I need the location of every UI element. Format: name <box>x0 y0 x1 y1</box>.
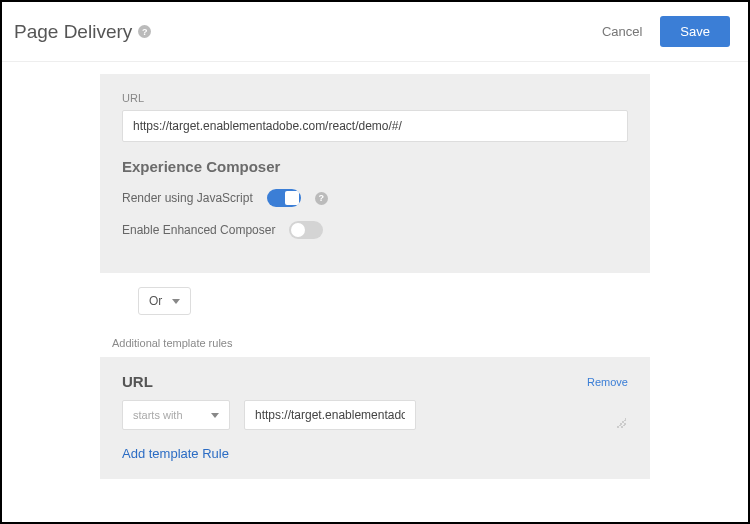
additional-rules-label: Additional template rules <box>112 337 736 349</box>
render-js-label: Render using JavaScript <box>122 191 253 205</box>
template-url-heading: URL <box>122 373 153 390</box>
url-input[interactable] <box>122 110 628 142</box>
template-rule-head: URL Remove <box>122 373 628 390</box>
help-icon[interactable]: ? <box>138 25 151 38</box>
rule-input-wrap <box>244 400 628 430</box>
operator-value: starts with <box>133 409 183 421</box>
render-js-row: Render using JavaScript ? <box>122 189 628 207</box>
page-title-text: Page Delivery <box>14 21 132 43</box>
remove-rule-link[interactable]: Remove <box>587 376 628 388</box>
url-composer-card: URL Experience Composer Render using Jav… <box>100 74 650 273</box>
chevron-down-icon <box>211 413 219 418</box>
enhanced-composer-row: Enable Enhanced Composer <box>122 221 628 239</box>
page-title: Page Delivery ? <box>14 21 151 43</box>
add-template-rule-link[interactable]: Add template Rule <box>122 446 628 461</box>
connector-value: Or <box>149 294 162 308</box>
content: URL Experience Composer Render using Jav… <box>2 62 748 479</box>
template-rule-card: URL Remove starts with Add template Rule <box>100 357 650 479</box>
rule-row: starts with <box>122 400 628 430</box>
url-label: URL <box>122 92 628 104</box>
save-button[interactable]: Save <box>660 16 730 47</box>
render-js-toggle[interactable] <box>267 189 301 207</box>
chevron-down-icon <box>172 299 180 304</box>
header-actions: Cancel Save <box>602 16 730 47</box>
experience-composer-heading: Experience Composer <box>122 158 628 175</box>
enhanced-composer-toggle[interactable] <box>289 221 323 239</box>
rule-value-input[interactable] <box>244 400 416 430</box>
header: Page Delivery ? Cancel Save <box>2 2 748 62</box>
help-icon[interactable]: ? <box>315 192 328 205</box>
connector-select[interactable]: Or <box>138 287 191 315</box>
operator-select[interactable]: starts with <box>122 400 230 430</box>
cancel-button[interactable]: Cancel <box>602 24 642 39</box>
enhanced-composer-label: Enable Enhanced Composer <box>122 223 275 237</box>
resize-handle-icon[interactable] <box>616 418 626 428</box>
